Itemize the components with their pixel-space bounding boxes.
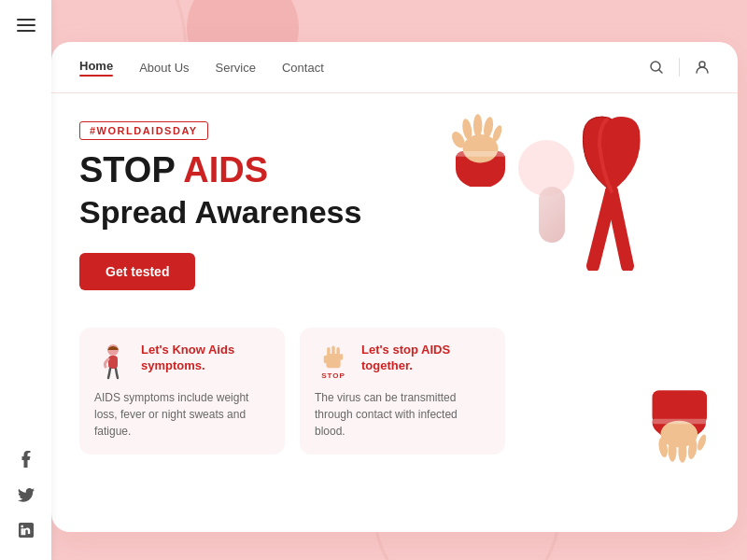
hand-bottom-decoration xyxy=(640,388,724,476)
hand-top-decoration xyxy=(439,103,523,190)
symptoms-icon xyxy=(94,343,132,380)
stop-hand-icon: STOP xyxy=(315,343,352,380)
info-card-title-2: Let's stop AIDS together. xyxy=(361,343,490,374)
info-card-stop: STOP Let's stop AIDS together. The virus… xyxy=(300,328,505,455)
nav-home[interactable]: Home xyxy=(79,55,113,80)
search-button[interactable] xyxy=(649,60,664,75)
sidebar xyxy=(0,0,51,560)
search-icon xyxy=(649,60,664,75)
nav-links: Home About Us Service Contact xyxy=(79,55,649,80)
info-card-symptoms: Let's Know Aids symptoms. AIDS symptoms … xyxy=(79,328,285,455)
title-aids: AIDS xyxy=(183,150,268,189)
info-card-title-1: Let's Know Aids symptoms. xyxy=(141,343,270,374)
title-stop: STOP xyxy=(79,150,175,189)
svg-point-16 xyxy=(473,114,482,137)
navbar: Home About Us Service Contact xyxy=(51,42,738,93)
hero-section: #WORLDAIDSDAY STOP AIDS Spread Awareness… xyxy=(51,93,738,532)
stop-label: STOP xyxy=(321,371,345,380)
svg-point-24 xyxy=(669,440,677,461)
info-card-header-2: STOP Let's stop AIDS together. xyxy=(315,343,490,380)
nav-icons xyxy=(649,58,710,77)
ribbon-decoration xyxy=(551,112,663,261)
social-links xyxy=(15,448,37,541)
user-button[interactable] xyxy=(695,60,710,75)
svg-rect-19 xyxy=(456,151,505,157)
svg-rect-7 xyxy=(331,345,334,356)
svg-rect-9 xyxy=(324,355,327,363)
svg-rect-10 xyxy=(340,354,343,360)
svg-rect-28 xyxy=(653,419,708,424)
svg-rect-4 xyxy=(108,356,118,369)
info-card-text-1: AIDS symptoms include weight loss, fever… xyxy=(94,389,270,440)
svg-point-25 xyxy=(678,441,686,462)
hashtag-badge: #WORLDAIDSDAY xyxy=(79,121,208,140)
info-cards: Let's Know Aids symptoms. AIDS symptoms … xyxy=(79,328,710,455)
nav-about[interactable]: About Us xyxy=(139,57,189,78)
nav-divider xyxy=(679,58,680,77)
main-card: Home About Us Service Contact #WO xyxy=(51,42,738,532)
linkedin-icon[interactable] xyxy=(15,519,37,541)
info-card-text-2: The virus can be transmitted through con… xyxy=(315,389,490,440)
info-card-header-1: Let's Know Aids symptoms. xyxy=(94,343,270,380)
svg-rect-6 xyxy=(327,347,330,357)
twitter-icon[interactable] xyxy=(15,483,37,506)
hamburger-menu[interactable] xyxy=(17,19,35,32)
svg-rect-8 xyxy=(336,347,339,357)
user-icon xyxy=(695,60,710,75)
svg-point-27 xyxy=(696,433,708,451)
svg-line-1 xyxy=(659,70,663,74)
nav-service[interactable]: Service xyxy=(216,57,256,78)
nav-contact[interactable]: Contact xyxy=(282,57,324,78)
cta-get-tested[interactable]: Get tested xyxy=(79,253,195,290)
facebook-icon[interactable] xyxy=(15,448,37,470)
svg-point-2 xyxy=(699,62,705,67)
